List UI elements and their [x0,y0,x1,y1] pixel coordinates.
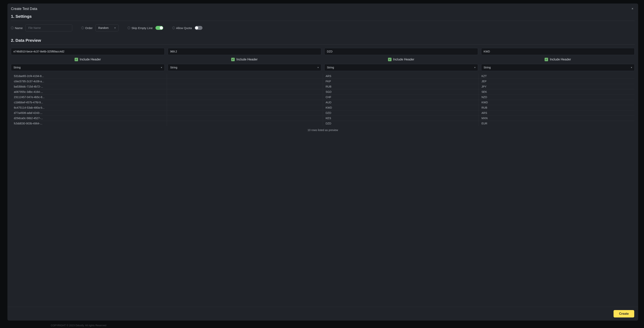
quota-field: i Allow Quota [172,26,202,30]
settings-fields-row: i Name i Order Random ▾ i Skip Empty [11,24,635,31]
type-select-value: String [170,66,178,69]
modal-footer: Create [8,307,638,321]
info-icon[interactable]: i [128,26,130,29]
chevron-down-icon: ▾ [161,66,162,69]
info-icon[interactable]: i [11,26,14,29]
table-cell: MXN [478,116,634,121]
column-headers-row [11,48,635,55]
table-cell: 6c475114-53ab-480a-b... [11,105,167,110]
info-icon[interactable]: i [172,26,175,29]
table-cell: DZD [323,110,478,116]
skip-label: Skip Empty Line [132,26,152,30]
table-cell [167,105,323,110]
table-cell [167,79,323,84]
chevron-down-icon: ▾ [631,66,632,69]
table-cell: ba53bbdc-715d-4b72-... [11,84,167,89]
order-label-wrap: i Order [81,26,92,30]
type-select-value: String [484,66,491,69]
table-row: c1b6bbef-457b-47fd-9...AUDKWD [11,100,635,105]
include-header-item: ✓ Include Header [168,58,322,61]
table-cell: ARS [478,110,634,116]
include-header-label: Include Header [393,58,414,61]
table-cell: KZT [478,74,634,79]
table-cell: JPY [478,84,634,89]
chevron-down-icon: ▾ [474,66,476,69]
table-cell: KES [323,116,478,121]
order-field: i Order Random ▾ [81,24,118,31]
name-input[interactable] [26,24,72,31]
skip-label-wrap: i Skip Empty Line [128,26,152,30]
table-cell: c1b6bbef-457b-47fd-9... [11,100,167,105]
modal-body: 1. Settings i Name i Order Random ▾ [8,14,638,307]
table-row: 23112457-047e-4b5c-8...CHFNZD [11,95,635,100]
include-header-checkbox[interactable]: ✓ [544,58,548,61]
skip-field: i Skip Empty Line [128,26,163,30]
data-preview-heading: 2. Data Preview [11,38,635,43]
table-cell [167,89,323,95]
column-types-row: String ▾ String ▾ String ▾ String ▾ [11,64,635,71]
table-cell: RUB [478,105,634,110]
settings-divider [11,21,635,21]
table-cell: KWD [478,100,634,105]
name-field: i Name [11,24,72,31]
allow-quota-toggle[interactable] [195,26,202,30]
order-select-value: Random [98,26,108,29]
include-header-label: Include Header [550,58,571,61]
table-cell: fc5dd030-903b-4964-... [11,121,167,126]
name-label-wrap: i Name [11,26,23,30]
table-cell: DZD [323,121,478,126]
table-cell: c0ec5795-2c37-4c08-a... [11,79,167,84]
type-select-value: String [14,66,21,69]
info-icon[interactable]: i [81,26,84,29]
column-type-select[interactable]: String ▾ [481,64,635,71]
table-row: 6c475114-53ab-480a-b...KWDRUB [11,105,635,110]
table-row: 531dae65-2cf4-4194-8...ARSKZT [11,74,635,79]
modal-header: Create Test Data × [8,3,638,14]
table-cell: RUB [323,84,478,89]
table-cell: AUD [323,100,478,105]
column-type-select[interactable]: String ▾ [11,64,164,71]
table-cell [167,116,323,121]
include-header-checkbox[interactable]: ✓ [74,58,78,61]
table-cell [167,84,323,89]
table-cell: EUR [478,121,634,126]
table-cell [167,121,323,126]
table-cell: ARS [323,74,478,79]
order-label: Order [85,26,92,30]
table-cell: SGD [323,89,478,95]
table-cell: 531dae65-2cf4-4194-8... [11,74,167,79]
table-cell [167,110,323,116]
table-row: d29dca0c-56b2-4527-...KESMXN [11,116,635,121]
column-header-input[interactable] [324,48,478,55]
preview-divider [11,44,635,44]
order-select[interactable]: Random ▾ [95,24,118,31]
table-row: ba53bbdc-715d-4b72-...RUBJPY [11,84,635,89]
column-header-input[interactable] [168,48,322,55]
table-cell: a087955c-3dbc-4164-... [11,89,167,95]
include-header-label: Include Header [80,58,101,61]
name-label: Name [15,26,23,30]
column-header-input[interactable] [481,48,635,55]
include-header-row: ✓ Include Header ✓ Include Header ✓ Incl… [11,58,635,61]
include-header-checkbox[interactable]: ✓ [388,58,392,61]
table-cell [167,95,323,100]
create-test-data-modal: Create Test Data × 1. Settings i Name i … [8,3,638,321]
settings-heading: 1. Settings [11,14,635,19]
column-type-select[interactable]: String ▾ [324,64,478,71]
table-cell: d29dca0c-56b2-4527-... [11,116,167,121]
column-header-input[interactable] [11,48,164,55]
chevron-down-icon: ▾ [318,66,319,69]
include-header-item: ✓ Include Header [324,58,478,61]
table-cell: d77a4506-adaf-4243-... [11,110,167,116]
modal-title: Create Test Data [11,7,37,11]
close-icon[interactable]: × [630,7,635,11]
create-button[interactable]: Create [614,310,634,318]
type-select-value: String [327,66,334,69]
table-cell: JEP [478,79,634,84]
table-cell [167,74,323,79]
table-row: c0ec5795-2c37-4c08-a...FKPJEP [11,79,635,84]
preview-table: 531dae65-2cf4-4194-8...ARSKZTc0ec5795-2c… [11,73,635,126]
include-header-checkbox[interactable]: ✓ [231,58,235,61]
column-type-select[interactable]: String ▾ [168,64,322,71]
skip-empty-toggle[interactable] [156,26,163,30]
